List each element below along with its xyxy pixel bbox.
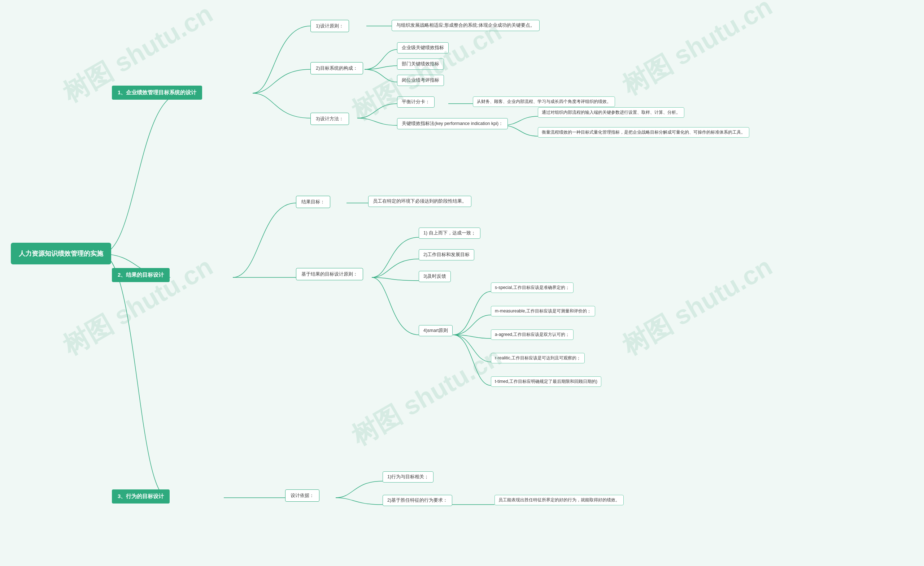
l2-target-system: 2)目标系统的构成： xyxy=(310,62,363,74)
l2c1-label: 设计依据： xyxy=(291,493,314,498)
l2-result-target: 结果目标： xyxy=(296,196,330,208)
watermark-3: 树图 shutu.cn xyxy=(616,0,778,103)
l3a3-2-text: 关键绩效指标法(key performance indication kpi)： xyxy=(402,121,503,126)
l2a2-label: 2)目标系统的构成： xyxy=(316,65,358,71)
l4-kpi-desc2: 衡量流程绩效的一种目标式量化管理指标，是把企业战略目标分解成可量化的、可操作的标… xyxy=(538,127,749,138)
l4-smart-r: r-realitic,工作目标应该是可达到且可观察的； xyxy=(491,353,585,363)
l1-node-result: 2、结果的目标设计 xyxy=(112,268,170,282)
l4-behavior-text: 员工能表现出胜任特征所界定的好的行为，就能取得好的绩效。 xyxy=(495,495,624,505)
l4-balance-desc: 从财务、顾客、企业内部流程、学习与成长四个角度考评组织的绩效。 xyxy=(473,96,615,107)
l4-t-text: t-timed,工作目标应明确规定了最后期限和回顾日期的) xyxy=(495,379,597,384)
watermark-2: 树图 shutu.cn xyxy=(345,14,508,128)
l3-balance-scorecard: 平衡计分卡： xyxy=(397,96,435,108)
l4-s-text: s-special,工作目标应该是准确界定的； xyxy=(495,285,570,290)
l3c1-1-text: 1)行为与目标相关； xyxy=(387,474,429,479)
l4-smart-s: s-special,工作目标应该是准确界定的； xyxy=(491,283,573,293)
l3a2-2-text: 部门关键绩效指标 xyxy=(402,62,439,66)
l3c1-2-text: 2)基于胜任特征的行为要求： xyxy=(387,498,448,503)
l3-behavior-target-related: 1)行为与目标相关； xyxy=(382,471,434,483)
watermark-4: 树图 shutu.cn xyxy=(57,249,219,363)
l3-smart-principle: 4)smart原则 xyxy=(418,325,453,336)
l2b1-label: 结果目标： xyxy=(302,199,325,205)
l3b2-3-text: 3)及时反馈 xyxy=(423,274,446,279)
l4-kpi-desc1: 通过对组织内部流程的输入端的关键参数进行设置、取样、计算、分析。 xyxy=(538,107,684,118)
l3-timely-feedback: 3)及时反馈 xyxy=(418,271,451,282)
l3a2-3-text: 岗位业绩考评指标 xyxy=(402,78,439,83)
l2-design-basis: 设计依据： xyxy=(285,489,320,502)
l3-kpi-method: 关键绩效指标法(key performance indication kpi)： xyxy=(397,118,508,129)
l1a-label: 1、企业绩效管理目标系统的设计 xyxy=(118,89,196,95)
l2b2-label: 基于结果的目标设计原则： xyxy=(302,271,358,277)
l3-work-dev-target: 2)工作目标和发展目标 xyxy=(418,249,474,260)
l4-a-text: a-agreed,工作目标应该是双方认可的； xyxy=(495,332,570,337)
l3a1-text: 与组织发展战略相适应;形成整合的系统;体现企业成功的关键要点。 xyxy=(396,23,535,28)
l3-post-kpi: 岗位业绩考评指标 xyxy=(397,75,444,86)
l4-m-text: m-measureable,工作目标应该是可测量和评价的； xyxy=(495,309,591,313)
l4-c2-text: 员工能表现出胜任特征所界定的好的行为，就能取得好的绩效。 xyxy=(498,497,620,503)
l4-smart-a: a-agreed,工作目标应该是双方认可的； xyxy=(491,330,573,340)
root-label: 人力资源知识绩效管理的实施 xyxy=(19,250,103,257)
l4-bs-text: 从财务、顾客、企业内部流程、学习与成长四个角度考评组织的绩效。 xyxy=(477,99,611,104)
l4-kpi1-text: 通过对组织内部流程的输入端的关键参数进行设置、取样、计算、分析。 xyxy=(542,110,680,115)
l3b2-2-text: 2)工作目标和发展目标 xyxy=(423,252,470,257)
l3-top-down: 1) 自上而下，达成一致； xyxy=(418,227,480,239)
l4-smart-m: m-measureable,工作目标应该是可测量和评价的； xyxy=(491,306,595,316)
root-node: 人力资源知识绩效管理的实施 xyxy=(11,243,111,264)
l2a1-label: 1)设计原则： xyxy=(316,23,344,29)
l1-node-enterprise: 1、企业绩效管理目标系统的设计 xyxy=(112,86,202,100)
l3-behavior-competency: 2)基于胜任特征的行为要求： xyxy=(382,495,452,506)
l4-kpi2-text: 衡量流程绩效的一种目标式量化管理指标，是把企业战略目标分解成可量化的、可操作的标… xyxy=(542,129,746,135)
l3b2-4-text: 4)smart原则 xyxy=(423,328,448,333)
l4-smart-t: t-timed,工作目标应明确规定了最后期限和回顾日期的) xyxy=(491,376,602,387)
l3-dept-kpi: 部门关键绩效指标 xyxy=(397,59,444,70)
l2-design-principle: 1)设计原则： xyxy=(310,20,349,32)
l1c-label: 3、行为的目标设计 xyxy=(118,493,164,499)
connector-lines xyxy=(0,0,924,566)
mindmap-container: 树图 shutu.cn 树图 shutu.cn 树图 shutu.cn 树图 s… xyxy=(0,0,924,566)
l3b1-text: 员工在特定的环境下必须达到的阶段性结果。 xyxy=(373,199,467,204)
l3b2-1-text: 1) 自上而下，达成一致； xyxy=(423,230,476,235)
l3-result-target-text: 员工在特定的环境下必须达到的阶段性结果。 xyxy=(368,196,471,207)
l3-design-principle-text: 与组织发展战略相适应;形成整合的系统;体现企业成功的关键要点。 xyxy=(392,20,540,31)
l1b-label: 2、结果的目标设计 xyxy=(118,272,164,278)
watermark-6: 树图 shutu.cn xyxy=(345,340,508,453)
l3a2-1-text: 企业级关键绩效指标 xyxy=(402,45,444,50)
l1-node-behavior: 3、行为的目标设计 xyxy=(112,489,170,504)
l2-result-design-principle: 基于结果的目标设计原则： xyxy=(296,268,363,280)
l2a3-label: 3)设计方法： xyxy=(316,116,344,121)
l3a3-1-text: 平衡计分卡： xyxy=(402,99,430,104)
l4-r-text: r-realitic,工作目标应该是可达到且可观察的； xyxy=(495,355,581,360)
l2-design-method: 3)设计方法： xyxy=(310,113,349,125)
watermark-5: 树图 shutu.cn xyxy=(616,249,778,363)
l3-enterprise-kpi: 企业级关键绩效指标 xyxy=(397,42,448,53)
